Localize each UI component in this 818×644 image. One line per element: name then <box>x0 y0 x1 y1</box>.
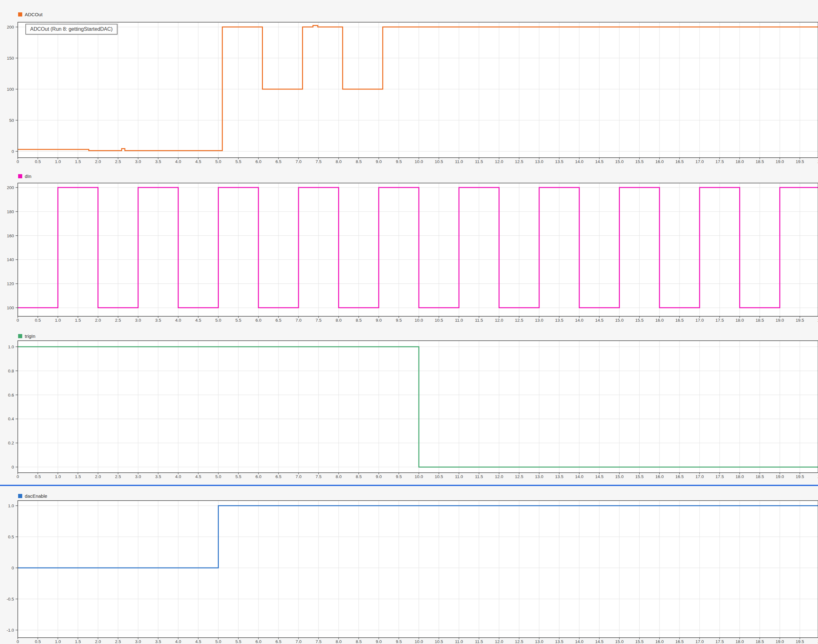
svg-text:0.5: 0.5 <box>35 318 41 323</box>
svg-text:1.0: 1.0 <box>8 345 14 349</box>
svg-text:13.0: 13.0 <box>535 318 543 323</box>
svg-text:11.0: 11.0 <box>455 639 463 644</box>
legend-label-adcout: ADCOut <box>25 12 43 17</box>
svg-text:4.0: 4.0 <box>175 159 181 164</box>
svg-text:7.5: 7.5 <box>316 318 322 323</box>
svg-text:2.0: 2.0 <box>95 318 101 323</box>
svg-text:2.5: 2.5 <box>115 159 121 164</box>
legend-color-swatch-trigin <box>18 334 22 338</box>
svg-text:6.5: 6.5 <box>276 474 282 479</box>
legend-color-swatch-adcout <box>18 12 22 17</box>
svg-text:13.5: 13.5 <box>555 474 563 479</box>
svg-text:120: 120 <box>7 281 14 286</box>
svg-text:19.5: 19.5 <box>796 159 804 164</box>
svg-text:7.0: 7.0 <box>296 474 302 479</box>
svg-text:1.5: 1.5 <box>75 474 81 479</box>
sdi-plot-area: 20015010050000.51.01.52.02.53.03.54.04.5… <box>0 0 818 644</box>
svg-text:12.5: 12.5 <box>515 318 523 323</box>
svg-text:17.5: 17.5 <box>715 639 724 644</box>
svg-text:14.5: 14.5 <box>595 318 603 323</box>
svg-text:2.5: 2.5 <box>115 639 121 644</box>
svg-text:16.5: 16.5 <box>675 639 684 644</box>
svg-text:15.0: 15.0 <box>615 318 623 323</box>
legend-adcout[interactable]: ADCOut <box>18 11 43 17</box>
pane-splitter[interactable] <box>0 485 818 486</box>
svg-text:17.0: 17.0 <box>695 318 704 323</box>
svg-text:19.0: 19.0 <box>776 159 784 164</box>
svg-text:9.0: 9.0 <box>376 474 382 479</box>
svg-text:15.5: 15.5 <box>635 639 644 644</box>
svg-text:9.5: 9.5 <box>396 159 402 164</box>
svg-text:5.0: 5.0 <box>215 318 221 323</box>
svg-text:17.0: 17.0 <box>695 639 704 644</box>
svg-text:13.5: 13.5 <box>555 639 563 644</box>
svg-text:17.0: 17.0 <box>695 159 704 164</box>
legend-dacenable[interactable]: dacEnable <box>18 493 47 499</box>
svg-text:12.0: 12.0 <box>495 474 503 479</box>
svg-text:8.0: 8.0 <box>336 474 342 479</box>
svg-text:16.0: 16.0 <box>655 159 664 164</box>
svg-text:7.0: 7.0 <box>296 639 302 644</box>
svg-text:10.0: 10.0 <box>415 159 423 164</box>
svg-text:13.0: 13.0 <box>535 159 543 164</box>
svg-text:200: 200 <box>7 185 14 190</box>
svg-text:0.6: 0.6 <box>8 393 14 397</box>
svg-text:3.5: 3.5 <box>155 639 161 644</box>
svg-text:16.5: 16.5 <box>675 474 684 479</box>
svg-text:0.5: 0.5 <box>35 639 41 644</box>
svg-text:11.5: 11.5 <box>475 639 483 644</box>
svg-text:3.5: 3.5 <box>155 474 161 479</box>
svg-text:3.0: 3.0 <box>135 159 141 164</box>
svg-text:9.5: 9.5 <box>396 318 402 323</box>
svg-text:9.0: 9.0 <box>376 318 382 323</box>
svg-text:160: 160 <box>7 233 14 238</box>
svg-text:4.5: 4.5 <box>195 159 201 164</box>
svg-text:7.5: 7.5 <box>316 474 322 479</box>
svg-text:0: 0 <box>17 318 19 323</box>
svg-text:18.0: 18.0 <box>735 159 744 164</box>
svg-text:6.5: 6.5 <box>276 318 282 323</box>
svg-text:140: 140 <box>7 257 14 262</box>
svg-text:5.5: 5.5 <box>235 159 241 164</box>
svg-text:1.0: 1.0 <box>55 639 61 644</box>
svg-text:100: 100 <box>7 305 14 310</box>
svg-text:0.8: 0.8 <box>8 369 14 373</box>
svg-text:6.0: 6.0 <box>255 474 261 479</box>
svg-text:12.0: 12.0 <box>495 639 503 644</box>
svg-text:8.5: 8.5 <box>356 159 362 164</box>
svg-text:2.0: 2.0 <box>95 639 101 644</box>
svg-text:19.0: 19.0 <box>776 639 784 644</box>
svg-text:12.5: 12.5 <box>515 639 523 644</box>
svg-text:16.0: 16.0 <box>655 474 664 479</box>
svg-text:15.5: 15.5 <box>635 318 644 323</box>
svg-text:11.5: 11.5 <box>475 318 483 323</box>
svg-text:14.5: 14.5 <box>595 474 603 479</box>
svg-text:18.0: 18.0 <box>735 639 744 644</box>
svg-text:11.0: 11.0 <box>455 159 463 164</box>
svg-text:11.5: 11.5 <box>475 474 483 479</box>
svg-text:0: 0 <box>17 639 19 644</box>
svg-text:0: 0 <box>11 566 14 570</box>
legend-label-din: dIn <box>25 173 31 179</box>
svg-text:14.0: 14.0 <box>575 318 583 323</box>
svg-text:9.0: 9.0 <box>376 639 382 644</box>
legend-din[interactable]: dIn <box>18 173 31 179</box>
svg-text:2.0: 2.0 <box>95 474 101 479</box>
svg-text:10.5: 10.5 <box>435 159 443 164</box>
svg-text:6.5: 6.5 <box>276 159 282 164</box>
svg-text:8.0: 8.0 <box>336 639 342 644</box>
svg-text:7.0: 7.0 <box>296 159 302 164</box>
svg-text:16.5: 16.5 <box>675 159 684 164</box>
signal-tooltip: ADCOut (Run 8: gettingStartedDAC) <box>25 24 117 35</box>
svg-text:13.5: 13.5 <box>555 318 563 323</box>
svg-text:50: 50 <box>9 118 14 123</box>
svg-text:0: 0 <box>17 474 19 479</box>
legend-trigin[interactable]: trigIn <box>18 333 35 339</box>
svg-text:5.0: 5.0 <box>215 639 221 644</box>
plots-canvas[interactable]: 20015010050000.51.01.52.02.53.03.54.04.5… <box>0 0 818 644</box>
svg-text:0.4: 0.4 <box>8 417 14 421</box>
svg-text:8.5: 8.5 <box>356 474 362 479</box>
svg-text:15.5: 15.5 <box>635 159 644 164</box>
svg-text:6.0: 6.0 <box>255 639 261 644</box>
svg-text:100: 100 <box>7 87 14 92</box>
